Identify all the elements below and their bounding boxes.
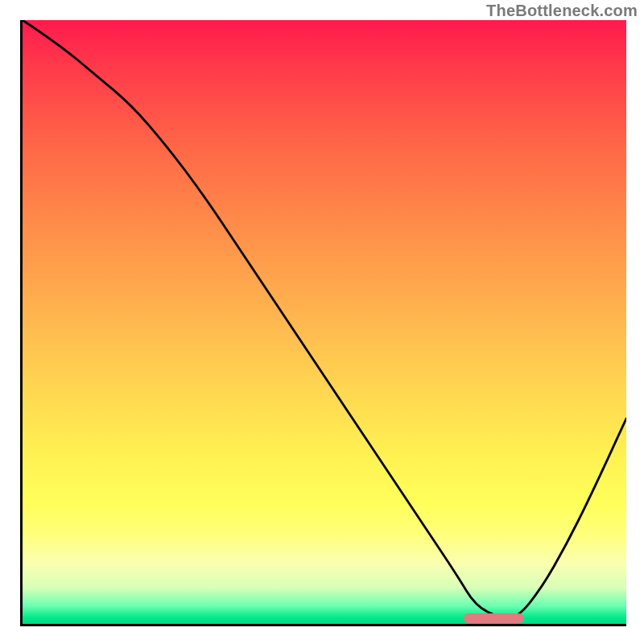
bottleneck-chart: TheBottleneck.com [0,0,644,644]
bottleneck-curve-path [23,20,626,618]
curve-layer [23,20,626,624]
plot-area [20,20,626,626]
watermark-label: TheBottleneck.com [486,2,638,20]
optimal-range-marker [464,613,524,623]
